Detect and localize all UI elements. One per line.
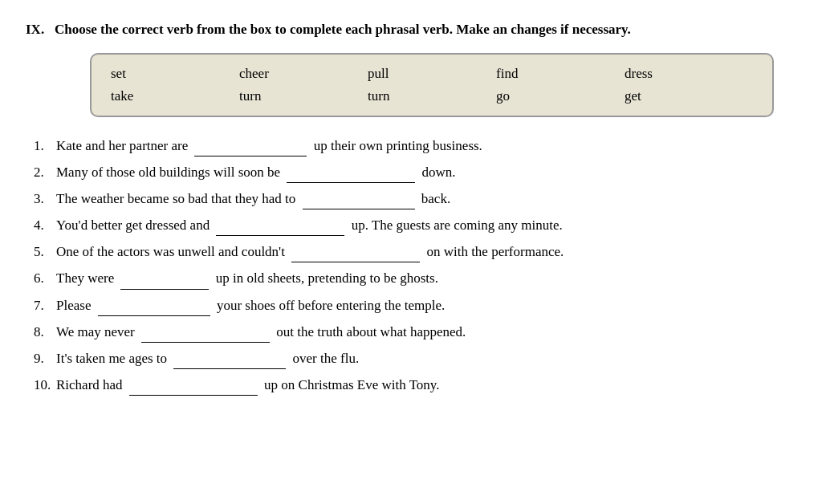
exercise-after-8: out the truth about what happened. bbox=[276, 324, 466, 339]
word-box-row-2: take turn turn go get bbox=[111, 88, 753, 104]
exercise-item-7: 7. Please your shoes off before entering… bbox=[34, 295, 796, 316]
exercise-number-10: 10. bbox=[34, 374, 56, 396]
word-pull: pull bbox=[368, 66, 496, 82]
exercise-after-3: back. bbox=[421, 191, 450, 206]
exercise-text-8: We may never out the truth about what ha… bbox=[56, 321, 796, 343]
exercise-item-1: 1. Kate and her partner are up their own… bbox=[34, 135, 796, 156]
exercise-number-8: 8. bbox=[34, 321, 56, 343]
exercise-item-8: 8. We may never out the truth about what… bbox=[34, 321, 796, 343]
exercise-before-9: It's taken me ages to bbox=[56, 351, 167, 366]
exercise-after-4: up. The guests are coming any minute. bbox=[352, 217, 563, 233]
exercise-text-2: Many of those old buildings will soon be… bbox=[56, 161, 796, 183]
exercise-number-1: 1. bbox=[34, 135, 56, 156]
exercise-after-1: up their own printing business. bbox=[314, 138, 482, 153]
exercise-number-2: 2. bbox=[34, 161, 56, 183]
exercise-before-7: Please bbox=[56, 298, 91, 313]
exercise-text-4: You'd better get dressed and up. The gue… bbox=[56, 214, 796, 236]
exercise-text-1: Kate and her partner are up their own pr… bbox=[56, 135, 796, 156]
exercise-blank-8[interactable] bbox=[141, 328, 270, 343]
exercise-blank-2[interactable] bbox=[287, 169, 415, 183]
exercise-blank-4[interactable] bbox=[216, 222, 344, 236]
exercise-after-7: your shoes off before entering the templ… bbox=[217, 298, 445, 313]
exercise-after-10: up on Christmas Eve with Tony. bbox=[264, 377, 439, 392]
exercise-after-9: over the flu. bbox=[293, 351, 360, 366]
exercise-text-3: The weather became so bad that they had … bbox=[56, 188, 796, 209]
exercise-text-5: One of the actors was unwell and couldn'… bbox=[56, 241, 796, 262]
word-dress: dress bbox=[625, 66, 753, 82]
exercise-after-5: on with the performance. bbox=[426, 244, 564, 259]
exercise-item-4: 4. You'd better get dressed and up. The … bbox=[34, 214, 796, 236]
exercise-text-7: Please your shoes off before entering th… bbox=[56, 295, 796, 316]
word-get: get bbox=[625, 88, 753, 104]
word-cheer: cheer bbox=[239, 66, 368, 82]
exercise-after-2: down. bbox=[422, 165, 456, 180]
exercise-item-3: 3. The weather became so bad that they h… bbox=[34, 188, 796, 209]
exercise-before-10: Richard had bbox=[56, 377, 123, 392]
exercise-number-5: 5. bbox=[34, 241, 56, 262]
exercise-blank-1[interactable] bbox=[194, 142, 307, 156]
exercise-before-4: You'd better get dressed and bbox=[56, 217, 210, 233]
exercise-item-5: 5. One of the actors was unwell and coul… bbox=[34, 241, 796, 262]
exercise-before-6: They were bbox=[56, 270, 114, 286]
exercise-number-3: 3. bbox=[34, 188, 56, 209]
exercise-blank-6[interactable] bbox=[120, 275, 209, 290]
page-container: IX. Choose the correct verb from the box… bbox=[0, 0, 822, 417]
exercise-number-7: 7. bbox=[34, 295, 56, 316]
section-label: IX. bbox=[26, 22, 44, 37]
exercises-list: 1. Kate and her partner are up their own… bbox=[34, 135, 796, 396]
exercise-blank-9[interactable] bbox=[173, 355, 286, 369]
word-find: find bbox=[496, 66, 625, 82]
exercise-before-5: One of the actors was unwell and couldn'… bbox=[56, 244, 285, 259]
exercise-before-3: The weather became so bad that they had … bbox=[56, 191, 295, 206]
exercise-item-6: 6. They were up in old sheets, pretendin… bbox=[34, 267, 796, 289]
exercise-before-2: Many of those old buildings will soon be bbox=[56, 165, 280, 180]
exercise-item-10: 10. Richard had up on Christmas Eve with… bbox=[34, 374, 796, 396]
word-set: set bbox=[111, 66, 239, 82]
exercise-before-8: We may never bbox=[56, 324, 135, 339]
exercise-number-9: 9. bbox=[34, 348, 56, 369]
exercise-blank-7[interactable] bbox=[98, 302, 210, 316]
word-box-row-1: set cheer pull find dress bbox=[111, 66, 753, 82]
word-take: take bbox=[111, 88, 239, 104]
section-header: IX. Choose the correct verb from the box… bbox=[26, 19, 796, 40]
exercise-item-9: 9. It's taken me ages to over the flu. bbox=[34, 348, 796, 369]
exercise-text-6: They were up in old sheets, pretending t… bbox=[56, 267, 796, 289]
exercise-blank-10[interactable] bbox=[129, 381, 258, 396]
exercise-blank-5[interactable] bbox=[291, 248, 420, 262]
exercise-text-9: It's taken me ages to over the flu. bbox=[56, 348, 796, 369]
word-box: set cheer pull find dress take turn turn… bbox=[90, 53, 774, 117]
exercise-item-2: 2. Many of those old buildings will soon… bbox=[34, 161, 796, 183]
exercise-number-6: 6. bbox=[34, 267, 56, 289]
exercise-number-4: 4. bbox=[34, 214, 56, 236]
exercise-blank-3[interactable] bbox=[303, 195, 415, 209]
word-turn2: turn bbox=[368, 88, 496, 104]
word-go: go bbox=[496, 88, 625, 104]
word-turn1: turn bbox=[239, 88, 368, 104]
exercise-before-1: Kate and her partner are bbox=[56, 138, 188, 153]
exercise-text-10: Richard had up on Christmas Eve with Ton… bbox=[56, 374, 796, 396]
exercise-after-6: up in old sheets, pretending to be ghost… bbox=[216, 270, 438, 286]
section-instruction: Choose the correct verb from the box to … bbox=[55, 22, 631, 37]
